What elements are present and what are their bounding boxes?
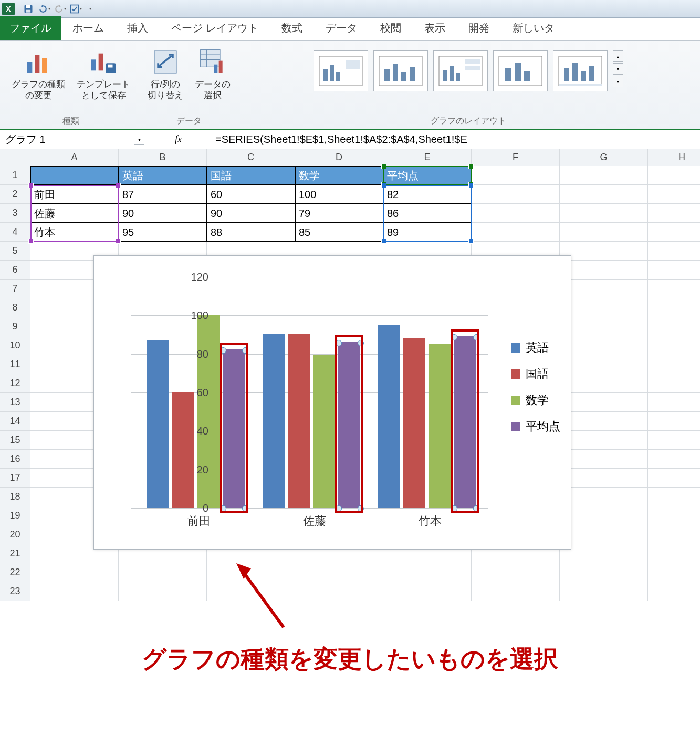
layout-option-4[interactable] [493, 50, 548, 91]
cell-H8[interactable] [648, 298, 700, 317]
cell-H21[interactable] [648, 544, 700, 563]
cell-G21[interactable] [560, 544, 648, 563]
switch-row-col-button[interactable]: 行/列の 切り替え [145, 46, 185, 102]
col-header-B[interactable]: B [119, 149, 207, 166]
cell-G22[interactable] [560, 563, 648, 582]
row-header-22[interactable]: 22 [0, 563, 30, 582]
cell-G18[interactable] [560, 488, 648, 506]
cell-G1[interactable] [560, 166, 648, 185]
cell-G6[interactable] [560, 261, 648, 280]
layout-option-3[interactable] [433, 50, 488, 91]
bar-国語-前田[interactable] [172, 392, 194, 508]
cell-B1[interactable]: 英語 [119, 166, 207, 185]
cell-H23[interactable] [648, 582, 700, 601]
cell-G16[interactable] [560, 450, 648, 469]
cell-G4[interactable] [560, 223, 648, 242]
cell-A23[interactable] [30, 582, 119, 601]
save-button[interactable] [22, 2, 35, 16]
row-header-8[interactable]: 8 [0, 298, 30, 317]
row-header-21[interactable]: 21 [0, 544, 30, 563]
cell-F4[interactable] [472, 223, 560, 242]
cell-H14[interactable] [648, 412, 700, 431]
col-header-E[interactable]: E [383, 149, 472, 166]
cell-F2[interactable] [472, 185, 560, 204]
namebox-dropdown[interactable]: ▾ [134, 135, 144, 145]
select-all-corner[interactable] [0, 149, 30, 166]
bar-国語-佐藤[interactable] [288, 334, 310, 508]
cell-G9[interactable] [560, 317, 648, 336]
cell-H13[interactable] [648, 393, 700, 412]
chart-legend[interactable]: 英語国語数学平均点 [511, 340, 560, 435]
tab-view[interactable]: 表示 [413, 16, 457, 40]
embedded-chart[interactable]: 020406080100120前田佐藤竹本英語国語数学平均点 [93, 255, 571, 550]
cell-G10[interactable] [560, 336, 648, 355]
col-header-G[interactable]: G [560, 149, 648, 166]
tab-home[interactable]: ホーム [61, 16, 116, 40]
cell-B22[interactable] [119, 563, 207, 582]
tab-formulas[interactable]: 数式 [270, 16, 314, 40]
cell-E1[interactable]: 平均点 [383, 166, 472, 185]
cell-H1[interactable] [648, 166, 700, 185]
row-header-4[interactable]: 4 [0, 223, 30, 242]
cell-H20[interactable] [648, 525, 700, 544]
cell-B4[interactable]: 95 [119, 223, 207, 242]
row-header-14[interactable]: 14 [0, 412, 30, 431]
cell-G17[interactable] [560, 469, 648, 488]
cell-H2[interactable] [648, 185, 700, 204]
cell-A3[interactable]: 佐藤 [30, 204, 119, 223]
cell-H11[interactable] [648, 355, 700, 374]
layout-option-1[interactable] [314, 50, 368, 91]
row-header-16[interactable]: 16 [0, 450, 30, 469]
gallery-down[interactable]: ▾ [613, 63, 623, 75]
cell-B23[interactable] [119, 582, 207, 601]
row-header-15[interactable]: 15 [0, 431, 30, 450]
tab-file[interactable]: ファイル [0, 16, 61, 40]
cell-F22[interactable] [472, 563, 560, 582]
cell-G13[interactable] [560, 393, 648, 412]
cell-H15[interactable] [648, 431, 700, 450]
bar-英語-竹本[interactable] [378, 325, 400, 508]
gallery-up[interactable]: ▴ [613, 50, 623, 62]
row-header-5[interactable]: 5 [0, 242, 30, 261]
bar-平均点-佐藤[interactable] [338, 342, 360, 508]
cell-H7[interactable] [648, 280, 700, 298]
redo-button[interactable]: ▾ [53, 2, 67, 16]
row-header-18[interactable]: 18 [0, 488, 30, 506]
cell-H4[interactable] [648, 223, 700, 242]
cell-D4[interactable]: 85 [295, 223, 383, 242]
row-header-9[interactable]: 9 [0, 317, 30, 336]
row-header-11[interactable]: 11 [0, 355, 30, 374]
col-header-D[interactable]: D [295, 149, 383, 166]
cell-A1[interactable] [30, 166, 119, 185]
row-header-7[interactable]: 7 [0, 280, 30, 298]
cell-C4[interactable]: 88 [207, 223, 295, 242]
qat-customize[interactable]: ▾ [89, 6, 91, 11]
cell-G2[interactable] [560, 185, 648, 204]
cell-H10[interactable] [648, 336, 700, 355]
cell-C1[interactable]: 国語 [207, 166, 295, 185]
cell-C3[interactable]: 90 [207, 204, 295, 223]
col-header-H[interactable]: H [648, 149, 700, 166]
legend-item-国語[interactable]: 国語 [511, 366, 560, 382]
row-header-12[interactable]: 12 [0, 374, 30, 393]
cell-D22[interactable] [295, 563, 383, 582]
cell-H5[interactable] [648, 242, 700, 261]
layout-option-2[interactable] [373, 50, 428, 91]
cell-G7[interactable] [560, 280, 648, 298]
cell-E23[interactable] [383, 582, 472, 601]
row-header-1[interactable]: 1 [0, 166, 30, 185]
tab-data[interactable]: データ [314, 16, 369, 40]
change-chart-type-button[interactable]: グラフの種類 の変更 [9, 46, 67, 102]
row-header-13[interactable]: 13 [0, 393, 30, 412]
bar-数学-佐藤[interactable] [313, 355, 335, 508]
cell-H12[interactable] [648, 374, 700, 393]
tab-review[interactable]: 校閲 [369, 16, 413, 40]
cell-H3[interactable] [648, 204, 700, 223]
tab-new[interactable]: 新しいタ [501, 16, 566, 40]
bar-数学-竹本[interactable] [429, 344, 451, 508]
undo-button[interactable]: ▾ [37, 2, 51, 16]
cell-G5[interactable] [560, 242, 648, 261]
col-header-C[interactable]: C [207, 149, 295, 166]
cell-D2[interactable]: 100 [295, 185, 383, 204]
cell-E2[interactable]: 82 [383, 185, 472, 204]
